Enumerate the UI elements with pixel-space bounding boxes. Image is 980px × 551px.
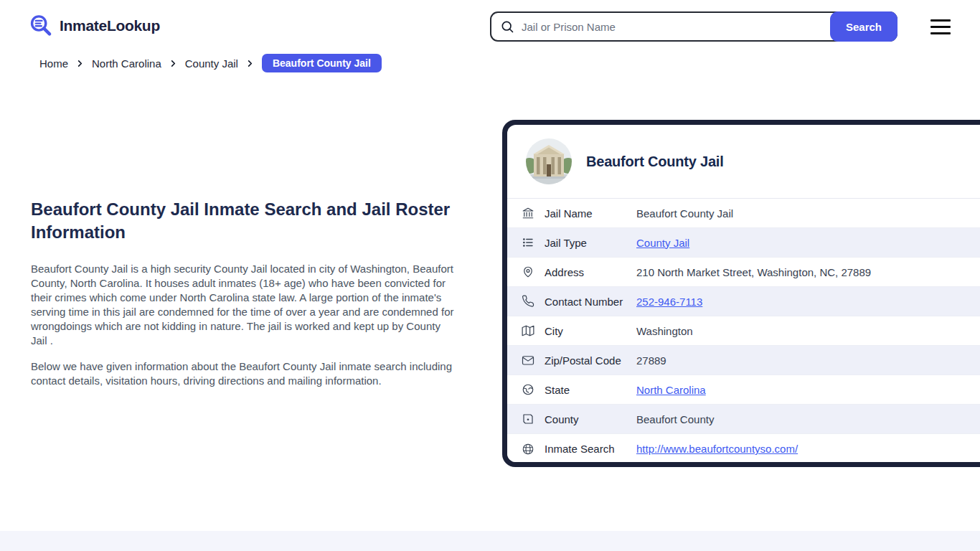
- jail-type-link[interactable]: County Jail: [636, 237, 689, 249]
- list-icon: [522, 236, 534, 249]
- row-value: 27889: [636, 354, 666, 367]
- brand-logo[interactable]: InmateLookup: [29, 14, 160, 38]
- breadcrumb-state[interactable]: North Carolina: [92, 57, 161, 70]
- row-label: Inmate Search: [545, 443, 636, 455]
- page-title: Beaufort County Jail Inmate Search and J…: [31, 198, 456, 244]
- mail-icon: [522, 354, 534, 367]
- breadcrumb-current-badge: Beaufort County Jail: [262, 54, 382, 72]
- table-row-county: County Beaufort County: [507, 405, 980, 434]
- table-row-contact: Contact Number 252-946-7113: [507, 287, 980, 316]
- row-value: 210 North Market Street, Washington, NC,…: [636, 266, 871, 278]
- jail-info-card: Beaufort County Jail Jail Name Beaufort …: [502, 120, 980, 467]
- phone-icon: [522, 295, 534, 308]
- breadcrumb-jail-type[interactable]: County Jail: [185, 57, 238, 70]
- row-label: State: [545, 384, 636, 396]
- jail-photo: [526, 138, 572, 184]
- chevron-right-icon: [76, 60, 84, 67]
- search-icon: [500, 19, 514, 34]
- row-label: Contact Number: [545, 296, 636, 308]
- row-value: Beaufort County: [636, 413, 714, 425]
- state-link[interactable]: North Carolina: [636, 384, 706, 396]
- county-marker-icon: [522, 413, 534, 425]
- table-row-address: Address 210 North Market Street, Washing…: [507, 258, 980, 287]
- chevron-right-icon: [246, 60, 254, 67]
- magnifier-list-icon: [29, 14, 53, 38]
- map-icon: [522, 324, 534, 337]
- breadcrumb-home[interactable]: Home: [39, 57, 68, 70]
- breadcrumb: Home North Carolina County Jail Beaufort…: [39, 54, 382, 72]
- globe-icon: [522, 383, 534, 396]
- row-label: County: [545, 413, 636, 425]
- row-value: Beaufort County Jail: [636, 207, 733, 220]
- row-label: Address: [545, 266, 636, 278]
- table-row-jail-name: Jail Name Beaufort County Jail: [507, 199, 980, 228]
- footer-strip: [0, 531, 980, 551]
- table-row-city: City Washington: [507, 316, 980, 346]
- row-value: Washington: [636, 325, 693, 337]
- row-label: City: [545, 325, 636, 337]
- hamburger-menu-icon[interactable]: [930, 19, 951, 34]
- table-row-inmate-search: Inmate Search http://www.beaufortcountys…: [507, 434, 980, 462]
- search-bar: Search: [490, 11, 897, 42]
- intro-paragraph: Beaufort County Jail is a high security …: [31, 262, 456, 348]
- inmate-search-link[interactable]: http://www.beaufortcountyso.com/: [636, 443, 798, 455]
- brand-name: InmateLookup: [60, 17, 160, 34]
- table-row-zip: Zip/Postal Code 27889: [507, 346, 980, 375]
- card-title: Beaufort County Jail: [586, 154, 724, 170]
- bank-icon: [522, 207, 534, 220]
- chevron-right-icon: [169, 60, 177, 67]
- info-paragraph: Below we have given information about th…: [31, 359, 456, 388]
- article: Beaufort County Jail Inmate Search and J…: [31, 198, 456, 400]
- map-pin-icon: [522, 265, 534, 278]
- table-row-jail-type: Jail Type County Jail: [507, 228, 980, 258]
- card-header: Beaufort County Jail: [507, 125, 980, 199]
- globe-search-icon: [522, 443, 534, 456]
- row-label: Jail Name: [545, 207, 636, 220]
- table-row-state: State North Carolina: [507, 375, 980, 405]
- contact-number-link[interactable]: 252-946-7113: [636, 296, 702, 308]
- row-label: Jail Type: [545, 237, 636, 249]
- search-button[interactable]: Search: [830, 11, 897, 42]
- row-label: Zip/Postal Code: [545, 354, 636, 367]
